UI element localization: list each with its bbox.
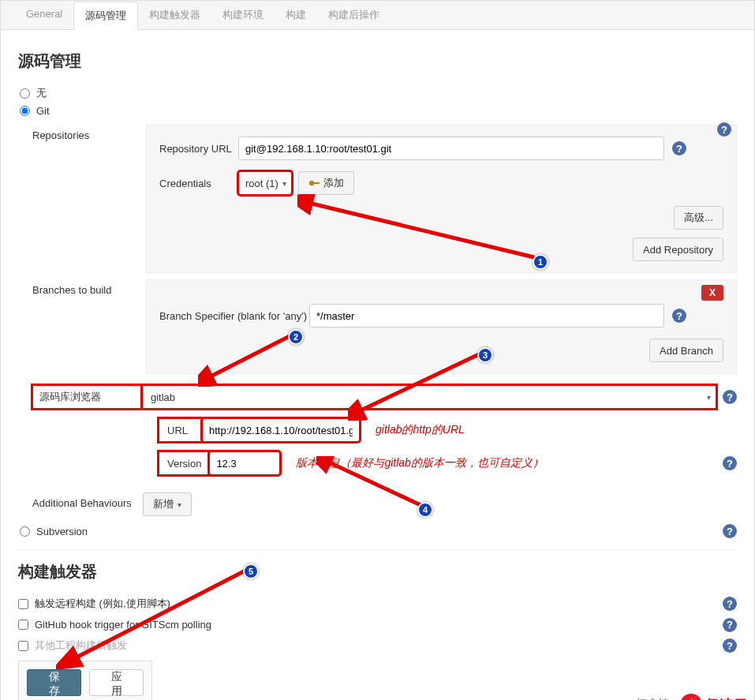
add-credentials-button[interactable]: 添加: [298, 171, 354, 195]
trigger-other-label: 其他工程构建后触发: [35, 638, 127, 653]
help-icon[interactable]: ?: [717, 122, 731, 137]
add-behaviour-label: 新增: [153, 497, 174, 511]
scm-none-label: 无: [36, 86, 47, 100]
tab-triggers[interactable]: 构建触发器: [138, 2, 211, 30]
delete-branch-button[interactable]: X: [701, 285, 723, 301]
section-title-scm: 源码管理: [18, 51, 737, 72]
help-icon[interactable]: ?: [723, 456, 737, 470]
branches-panel: X Branch Specifier (blank for 'any') ? A…: [146, 279, 737, 374]
brand-logo-icon: [680, 694, 702, 700]
browser-url-input[interactable]: [202, 418, 360, 442]
tab-scm[interactable]: 源码管理: [73, 2, 138, 30]
trigger-github-checkbox[interactable]: [18, 620, 28, 630]
annotation-badge-1: 1: [533, 254, 548, 270]
trigger-remote-checkbox[interactable]: [18, 599, 28, 609]
add-branch-button[interactable]: Add Branch: [649, 339, 723, 362]
chevron-down-icon: ▾: [178, 500, 181, 509]
branches-label: Branches to build: [32, 279, 143, 296]
apply-button[interactable]: 应用: [89, 669, 144, 696]
help-icon[interactable]: ?: [672, 309, 686, 323]
tab-env[interactable]: 构建环境: [211, 2, 275, 30]
brand-watermark: 亿速云: [680, 694, 748, 700]
tab-general[interactable]: General: [15, 2, 73, 30]
tab-post[interactable]: 构建后操作: [317, 2, 391, 30]
scm-git-label: Git: [36, 105, 50, 117]
repositories-label: Repositories: [32, 125, 143, 141]
repo-browser-select[interactable]: gitlab ▾: [142, 385, 716, 409]
annotation-badge-5: 5: [243, 563, 259, 579]
help-icon[interactable]: ?: [723, 618, 737, 632]
author-watermark: 江念诗: [634, 697, 667, 700]
repo-browser-value: gitlab: [151, 391, 175, 403]
browser-version-input[interactable]: [209, 451, 280, 475]
credentials-select[interactable]: root (1) ▾: [238, 171, 292, 195]
key-icon: [308, 179, 320, 187]
footer-buttons: 保存 应用: [18, 661, 152, 700]
add-credentials-label: 添加: [323, 176, 344, 190]
browser-url-label: URL: [159, 418, 202, 442]
tab-build[interactable]: 构建: [275, 2, 317, 30]
trigger-remote-label: 触发远程构建 (例如,使用脚本): [35, 597, 170, 611]
chevron-down-icon: ▾: [282, 179, 286, 188]
annotation-version: 版本信息（最好与gitlab的版本一致，也可自定义）: [296, 456, 543, 470]
annotation-url: gitlab的http的URL: [376, 423, 465, 437]
annotation-badge-2: 2: [288, 329, 304, 345]
config-tabs: General 源码管理 构建触发器 构建环境 构建 构建后操作: [1, 1, 754, 30]
section-title-triggers: 构建触发器: [18, 561, 737, 582]
browser-version-label: Version: [159, 451, 209, 475]
help-icon[interactable]: ?: [723, 638, 737, 653]
help-icon[interactable]: ?: [672, 141, 686, 155]
branch-spec-label: Branch Specifier (blank for 'any'): [159, 310, 309, 322]
save-button[interactable]: 保存: [27, 669, 81, 696]
add-behaviour-button[interactable]: 新增 ▾: [143, 492, 192, 516]
scm-subversion-label: Subversion: [36, 526, 88, 537]
scm-subversion-radio[interactable]: [20, 526, 30, 537]
advanced-button[interactable]: 高级...: [674, 206, 723, 230]
help-icon[interactable]: ?: [723, 524, 737, 538]
trigger-other-checkbox[interactable]: [18, 641, 28, 651]
repositories-panel: ? Repository URL ? Credentials root (1) …: [146, 125, 737, 273]
annotation-badge-4: 4: [417, 502, 433, 518]
chevron-down-icon: ▾: [707, 393, 711, 402]
credentials-label: Credentials: [159, 178, 238, 189]
add-repository-button[interactable]: Add Repository: [633, 238, 723, 261]
help-icon[interactable]: ?: [723, 390, 737, 404]
repo-url-label: Repository URL: [159, 143, 238, 155]
repo-url-input[interactable]: [238, 137, 664, 160]
branch-spec-input[interactable]: [309, 304, 664, 328]
repo-browser-label: 源码库浏览器: [32, 385, 143, 409]
behaviours-label: Additional Behaviours: [32, 492, 143, 509]
annotation-badge-3: 3: [477, 347, 493, 363]
help-icon[interactable]: ?: [723, 597, 737, 611]
scm-git-radio[interactable]: [20, 106, 30, 116]
scm-none-radio[interactable]: [20, 88, 30, 99]
trigger-github-label: GitHub hook trigger for GITScm polling: [35, 619, 211, 631]
credentials-value: root (1): [245, 178, 278, 189]
brand-text: 亿速云: [705, 695, 748, 700]
